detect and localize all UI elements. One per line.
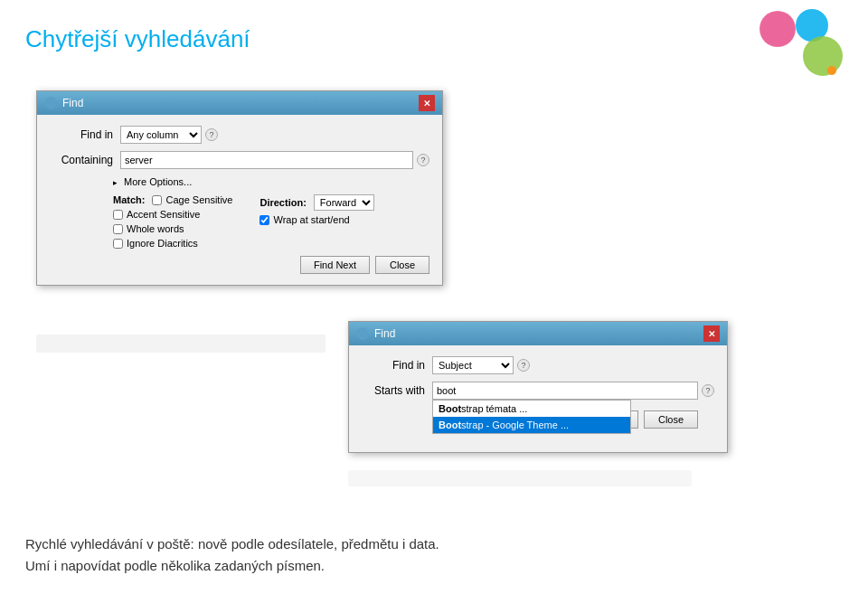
ignore-diacritics-label: Ignore Diacritics — [127, 238, 198, 249]
containing-input[interactable] — [120, 151, 413, 169]
find-in-label: Find in — [50, 128, 113, 141]
starts-with-help-icon[interactable]: ? — [702, 384, 714, 397]
bottom-text: Rychlé vyhledávání v poště: nově podle o… — [25, 533, 439, 577]
accent-sensitive-checkbox[interactable] — [113, 210, 123, 220]
bottom-line2: Umí i napovídat podle několika zadaných … — [25, 555, 439, 577]
more-options-toggle[interactable]: ▸ More Options... — [50, 176, 429, 187]
whole-words-checkbox[interactable] — [113, 224, 123, 234]
direction-col: Direction: Forward Wrap at start/end — [259, 194, 373, 225]
autocomplete-item-2-rest: strap - Google Theme ... — [461, 420, 569, 430]
bg-block2 — [348, 470, 692, 486]
dialog2-find-in-help-icon[interactable]: ? — [517, 359, 530, 372]
svg-point-4 — [827, 66, 836, 75]
dialog1-icon — [44, 97, 57, 109]
find-in-row: Find in Any column ? — [50, 126, 429, 144]
direction-label: Direction: — [259, 197, 306, 208]
direction-select[interactable]: Forward — [314, 194, 374, 211]
accent-sensitive-label: Accent Sensitive — [127, 209, 200, 220]
match-label: Match: — [113, 194, 145, 205]
dialog1-buttons: Find Next Close — [50, 256, 429, 274]
cage-sensitive-label: Cage Sensitive — [165, 194, 232, 205]
dialog1-body: Find in Any column ? Containing ? ▸ More… — [37, 115, 442, 285]
whole-words-row: Whole words — [113, 223, 232, 234]
autocomplete-list: Bootstrap témata ... Bootstrap - Google … — [432, 400, 631, 434]
dialog2: Find ✕ Find in Subject ? Starts with Boo… — [348, 321, 728, 453]
triangle-icon: ▸ — [113, 178, 118, 187]
svg-point-2 — [803, 36, 843, 76]
dialog2-title: Find — [374, 327, 395, 340]
starts-with-label: Starts with — [362, 384, 425, 397]
match-col: Match: Cage Sensitive Accent Sensitive W… — [113, 194, 232, 249]
ignore-diacritics-row: Ignore Diacritics — [113, 238, 232, 249]
logo — [750, 9, 850, 81]
bottom-line1: Rychlé vyhledávání v poště: nově podle o… — [25, 533, 439, 555]
dialog2-titlebar: Find ✕ — [349, 322, 727, 345]
autocomplete-item-1-bold: Boot — [439, 403, 461, 414]
dialog2-find-in-select[interactable]: Subject — [432, 356, 514, 374]
starts-with-row: Starts with Bootstrap témata ... Bootstr… — [362, 382, 714, 400]
dialog2-icon — [356, 327, 369, 340]
starts-with-input[interactable] — [432, 382, 698, 400]
dialog2-close-action-button[interactable]: Close — [644, 410, 698, 429]
find-in-select[interactable]: Any column — [120, 126, 202, 144]
autocomplete-container: Bootstrap témata ... Bootstrap - Google … — [432, 382, 698, 400]
dialog1: Find ✕ Find in Any column ? Containing ?… — [36, 90, 443, 286]
containing-help-icon[interactable]: ? — [417, 154, 429, 166]
containing-label: Containing — [50, 154, 113, 166]
dialog1-titlebar: Find ✕ — [37, 91, 442, 115]
cage-sensitive-checkbox[interactable] — [152, 195, 162, 205]
autocomplete-item-1-rest: strap témata ... — [461, 403, 527, 414]
page-title: Chytřejší vyhledávání — [25, 25, 250, 53]
ignore-diacritics-checkbox[interactable] — [113, 239, 123, 249]
cage-sensitive-row: Match: Cage Sensitive — [113, 194, 232, 205]
wrap-row: Wrap at start/end — [259, 214, 373, 225]
accent-sensitive-row: Accent Sensitive — [113, 209, 232, 220]
dialog2-close-button[interactable]: ✕ — [703, 325, 720, 342]
autocomplete-item-2-bold: Boot — [439, 420, 461, 430]
dialog2-find-in-row: Find in Subject ? — [362, 356, 714, 374]
dialog2-find-in-label: Find in — [362, 359, 425, 372]
autocomplete-item-2[interactable]: Bootstrap - Google Theme ... — [433, 417, 630, 433]
dialog1-close-action-button[interactable]: Close — [375, 256, 429, 274]
find-next-button[interactable]: Find Next — [300, 256, 370, 274]
autocomplete-item-1[interactable]: Bootstrap témata ... — [433, 401, 630, 417]
wrap-label: Wrap at start/end — [273, 214, 349, 225]
find-in-help-icon[interactable]: ? — [205, 128, 218, 141]
more-options-label: More Options... — [124, 176, 192, 187]
dialog1-close-button[interactable]: ✕ — [419, 95, 435, 111]
containing-row: Containing ? — [50, 151, 429, 169]
whole-words-label: Whole words — [127, 223, 184, 234]
bg-block1 — [36, 335, 326, 353]
wrap-checkbox[interactable] — [259, 215, 269, 225]
match-direction-section: Match: Cage Sensitive Accent Sensitive W… — [50, 194, 429, 249]
dialog2-body: Find in Subject ? Starts with Bootstrap … — [349, 345, 727, 452]
dialog1-title: Find — [62, 97, 83, 109]
direction-row: Direction: Forward — [259, 194, 373, 211]
